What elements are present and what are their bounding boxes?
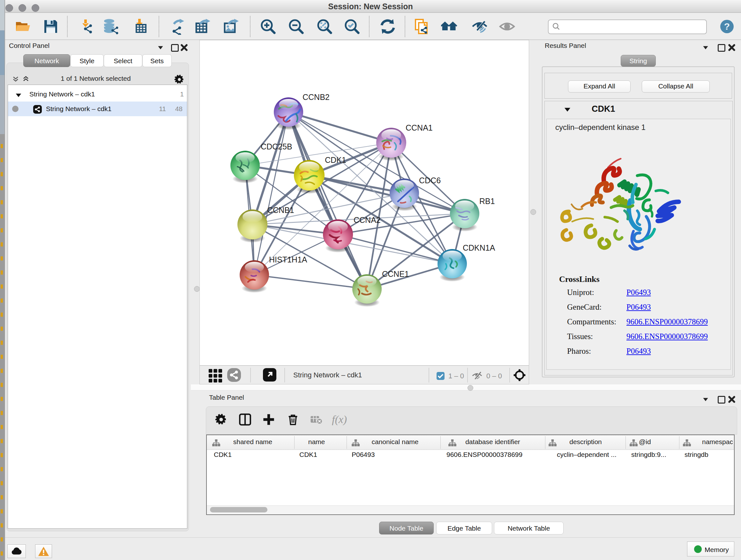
svg-text:CCNA1: CCNA1 (406, 123, 433, 132)
svg-text:CDC25B: CDC25B (261, 142, 292, 151)
svg-text:HIST1H1A: HIST1H1A (269, 255, 307, 264)
svg-text:RB1: RB1 (479, 197, 495, 206)
svg-text:CDK1: CDK1 (325, 155, 346, 165)
svg-text:CCNA2: CCNA2 (354, 215, 381, 225)
svg-text:CDKN1A: CDKN1A (463, 243, 495, 252)
svg-text:CCNB2: CCNB2 (302, 92, 330, 102)
svg-text:CCNB1: CCNB1 (267, 206, 294, 214)
svg-text:CCNE1: CCNE1 (382, 269, 409, 278)
svg-text:CDC6: CDC6 (419, 176, 441, 185)
